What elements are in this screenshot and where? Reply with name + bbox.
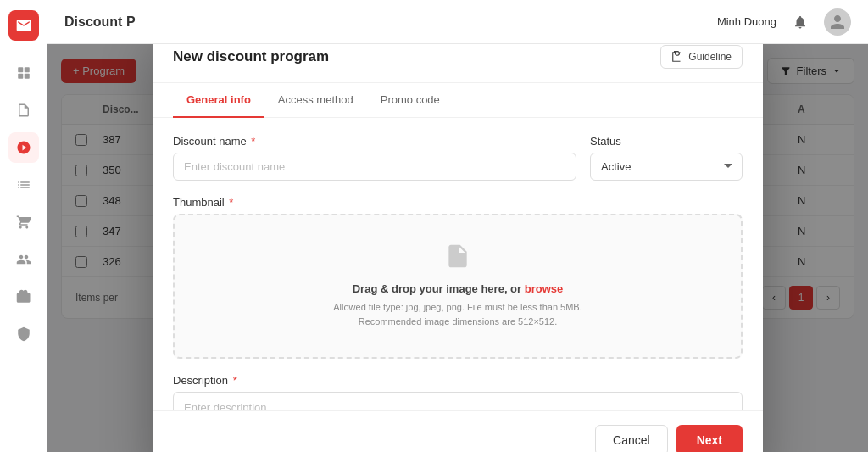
next-button[interactable]: Next (676, 425, 743, 453)
sidebar-item-dashboard[interactable] (8, 58, 39, 88)
cancel-button[interactable]: Cancel (595, 425, 668, 453)
thumbnail-hint1: Allowed file type: jpg, jpeg, png. File … (195, 300, 721, 330)
sidebar-item-analytics[interactable] (8, 132, 39, 163)
sidebar (0, 0, 47, 452)
page-content: + Program Filters Disco... hod Status A (47, 44, 868, 452)
sidebar-item-security[interactable] (8, 319, 39, 349)
browse-link[interactable]: browse (525, 282, 564, 295)
tab-promo-code[interactable]: Promo code (367, 83, 453, 118)
guideline-button[interactable]: Guideline (660, 45, 743, 69)
form-row-name-status: Discount name * Status Active Inactive (173, 135, 743, 181)
modal-overlay: New discount program Guideline General i… (47, 44, 868, 452)
sidebar-item-documents[interactable] (8, 95, 39, 126)
book-icon (671, 51, 683, 63)
app-logo (8, 10, 39, 41)
form-group-discount-name: Discount name * (173, 135, 576, 181)
modal-tabs: General info Access method Promo code (153, 83, 763, 118)
form-group-description: Description * (173, 374, 743, 410)
modal-title: New discount program (173, 48, 329, 65)
status-select[interactable]: Active Inactive (590, 153, 743, 181)
tab-general-info[interactable]: General info (173, 83, 264, 118)
sidebar-item-inventory[interactable] (8, 282, 39, 312)
description-label: Description * (173, 374, 743, 387)
upload-icon (195, 243, 721, 276)
modal-body: Discount name * Status Active Inactive (153, 118, 763, 410)
discount-name-input[interactable] (173, 153, 576, 181)
modal-footer: Cancel Next (153, 410, 763, 453)
svg-rect-0 (18, 67, 23, 72)
top-bar: Discount P Minh Duong (47, 0, 868, 44)
svg-rect-3 (24, 74, 29, 79)
svg-rect-2 (18, 74, 23, 79)
discount-name-label: Discount name * (173, 135, 576, 148)
status-label: Status (590, 135, 743, 148)
sidebar-item-reports[interactable] (8, 170, 39, 200)
notification-icon[interactable] (787, 8, 814, 36)
thumbnail-drag-text: Drag & drop your image here, or browse (195, 282, 721, 295)
modal-dialog: New discount program Guideline General i… (153, 44, 763, 452)
top-bar-right: Minh Duong (717, 8, 851, 36)
tab-access-method[interactable]: Access method (264, 83, 367, 118)
sidebar-item-shopping[interactable] (8, 207, 39, 237)
form-group-thumbnail: Thumbnail * Drag & drop your image here,… (173, 196, 743, 359)
user-name: Minh Duong (717, 15, 776, 28)
thumbnail-upload-area[interactable]: Drag & drop your image here, or browse A… (173, 214, 743, 359)
avatar[interactable] (824, 8, 851, 36)
modal-header: New discount program Guideline (153, 44, 763, 83)
description-textarea[interactable] (173, 392, 743, 410)
page-title: Discount P (64, 14, 136, 30)
main-content: Discount P Minh Duong + Program Filters (47, 0, 868, 452)
form-group-status: Status Active Inactive (590, 135, 743, 181)
thumbnail-label: Thumbnail * (173, 196, 743, 209)
svg-rect-1 (24, 67, 29, 72)
sidebar-item-users[interactable] (8, 244, 39, 275)
